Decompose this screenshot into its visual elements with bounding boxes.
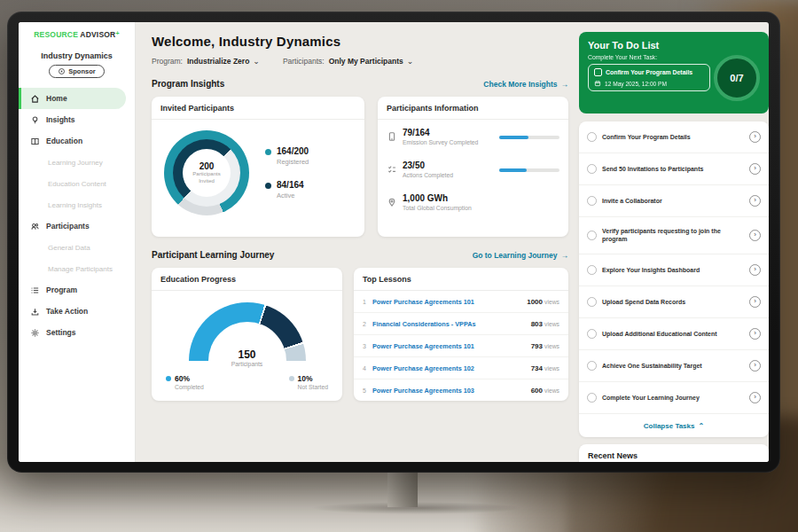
checkbox[interactable] xyxy=(587,196,597,206)
task-row-explore-insights[interactable]: Explore Your Insights Dashboard › xyxy=(579,254,769,286)
checkbox[interactable] xyxy=(587,164,597,174)
link-label: Check More Insights xyxy=(483,80,557,89)
task-row-invite-collaborator[interactable]: Invite a Collaborator › xyxy=(579,185,769,217)
check-more-insights-link[interactable]: Check More Insights → xyxy=(483,80,568,89)
stat-row-emission-survey: 79/164 Emission Survey Completed xyxy=(378,120,568,153)
sidebar-item-label: Learning Journey xyxy=(48,159,103,167)
legend-dot xyxy=(265,183,271,189)
sponsor-badge: Sponsor xyxy=(49,65,104,78)
lesson-link[interactable]: Power Purchase Agreements 103 xyxy=(372,387,474,395)
chevron-right-icon[interactable]: › xyxy=(749,163,761,175)
lesson-row: 5 Power Purchase Agreements 103 600views xyxy=(354,379,568,402)
program-filter-dropdown[interactable]: Program: Industrialize Zero ⌄ xyxy=(152,57,260,66)
checkbox[interactable] xyxy=(587,265,597,275)
gear-icon xyxy=(30,328,40,338)
task-label: Explore Your Insights Dashboard xyxy=(602,266,744,274)
next-task-box[interactable]: Confirm Your Program Details 12 May 2025… xyxy=(588,64,710,91)
task-label: Complete Your Learning Journey xyxy=(602,394,744,402)
lesson-row: 3 Power Purchase Agreements 101 793views xyxy=(354,335,568,357)
participants-filter-dropdown[interactable]: Participants: Only My Participants ⌄ xyxy=(283,57,413,66)
sidebar-item-label: Education xyxy=(46,137,82,145)
stat-value: 23/50 xyxy=(403,160,453,170)
invited-participants-card: Invited Participants 200 Participants In… xyxy=(152,97,364,237)
task-row-achieve-target[interactable]: Achieve One Sustainability Target › xyxy=(579,350,769,382)
section-title: Participant Learning Journey xyxy=(152,250,274,260)
task-row-upload-educational-content[interactable]: Upload Additional Educational Content › xyxy=(579,318,769,350)
checkbox[interactable] xyxy=(587,132,597,142)
chevron-right-icon[interactable]: › xyxy=(749,328,761,340)
task-row-confirm-program[interactable]: Confirm Your Program Details › xyxy=(579,121,769,153)
sidebar-item-learning-insights[interactable]: Learning Insights xyxy=(19,194,135,215)
learning-cards-row: Education Progress 150 Participants 60% xyxy=(152,268,568,401)
views-count: 803 xyxy=(531,320,543,328)
lesson-link[interactable]: Financial Considerations - VPPAs xyxy=(372,320,476,328)
task-label: Upload Spend Data Records xyxy=(602,298,744,306)
sidebar-item-manage-participants[interactable]: Manage Participants xyxy=(19,258,135,279)
views-count: 793 xyxy=(531,342,543,350)
checkbox[interactable] xyxy=(587,329,597,339)
chevron-right-icon[interactable]: › xyxy=(749,264,761,276)
chevron-right-icon[interactable]: › xyxy=(749,131,761,143)
todo-hero-card: Your To Do List Complete Your Next Task:… xyxy=(579,32,769,113)
collapse-tasks-link[interactable]: Collapse Tasks ⌃ xyxy=(579,414,769,437)
chevron-right-icon[interactable]: › xyxy=(749,296,761,308)
checkbox[interactable] xyxy=(594,68,602,76)
task-row-send-invitations[interactable]: Send 50 Invitations to Participants › xyxy=(579,153,769,185)
invited-donut-chart: 200 Participants Invited xyxy=(164,130,249,215)
checkbox[interactable] xyxy=(587,231,597,240)
app-logo: RESOURCE ADVISOR+ xyxy=(19,30,135,39)
recent-news-title: Recent News xyxy=(588,451,638,460)
lesson-rank: 5 xyxy=(363,387,372,394)
chevron-right-icon[interactable]: › xyxy=(749,230,761,241)
legend-label: Not Started xyxy=(298,384,328,390)
education-progress-gauge: 150 Participants xyxy=(189,302,306,361)
sidebar-item-program[interactable]: Program xyxy=(19,279,135,301)
stat-label: Actions Completed xyxy=(403,172,453,178)
chevron-down-icon: ⌄ xyxy=(407,58,414,66)
sidebar-item-education[interactable]: Education xyxy=(19,130,135,152)
chevron-right-icon[interactable]: › xyxy=(749,360,761,372)
sidebar-item-settings[interactable]: Settings xyxy=(19,322,135,343)
sidebar-item-label: Manage Participants xyxy=(48,265,113,273)
top-lessons-card: Top Lessons 1 Power Purchase Agreements … xyxy=(354,268,568,401)
education-progress-card: Education Progress 150 Participants 60% xyxy=(152,268,342,401)
chevron-right-icon[interactable]: › xyxy=(749,392,761,403)
organization-name: Industry Dynamics xyxy=(19,51,135,60)
sidebar-item-home[interactable]: Home xyxy=(19,88,126,109)
checkbox[interactable] xyxy=(587,361,597,371)
sidebar-item-general-data[interactable]: General Data xyxy=(19,237,135,258)
checkbox[interactable] xyxy=(587,393,597,403)
lesson-views: 600views xyxy=(531,387,559,395)
views-count: 734 xyxy=(531,364,543,372)
sidebar-item-education-content[interactable]: Education Content xyxy=(19,173,135,194)
views-suffix: views xyxy=(544,387,559,394)
task-row-upload-spend-data[interactable]: Upload Spend Data Records › xyxy=(579,286,769,318)
monitor-bezel: RESOURCE ADVISOR+ Industry Dynamics Spon… xyxy=(7,12,780,473)
views-suffix: views xyxy=(544,343,559,349)
views-count: 600 xyxy=(531,387,543,395)
chevron-right-icon[interactable]: › xyxy=(749,195,761,207)
sidebar-item-participants[interactable]: Participants xyxy=(19,215,135,237)
sidebar-item-take-action[interactable]: Take Action xyxy=(19,301,135,322)
collapse-label: Collapse Tasks xyxy=(644,422,695,430)
progress-bar xyxy=(499,168,559,172)
lesson-link[interactable]: Power Purchase Agreements 101 xyxy=(372,342,474,350)
sidebar-item-insights[interactable]: Insights xyxy=(19,109,135,130)
go-to-learning-journey-link[interactable]: Go to Learning Journey → xyxy=(473,251,568,260)
task-label: Send 50 Invitations to Participants xyxy=(602,165,744,173)
lesson-link[interactable]: Power Purchase Agreements 101 xyxy=(372,298,474,306)
chevron-up-icon: ⌃ xyxy=(698,422,704,430)
sidebar-item-learning-journey[interactable]: Learning Journey xyxy=(19,152,135,173)
lesson-row: 1 Power Purchase Agreements 101 1000view… xyxy=(354,291,568,313)
lesson-link[interactable]: Power Purchase Agreements 102 xyxy=(372,364,474,372)
arrow-right-icon: → xyxy=(561,80,569,89)
sidebar-item-label: General Data xyxy=(48,244,90,252)
task-row-verify-participants[interactable]: Verify participants requesting to join t… xyxy=(579,217,769,254)
todo-progress-ring: 0/7 xyxy=(714,55,760,101)
checkbox[interactable] xyxy=(587,297,597,307)
task-row-complete-learning-journey[interactable]: Complete Your Learning Journey › xyxy=(579,382,769,414)
lesson-rank: 1 xyxy=(363,299,372,305)
progress-fill xyxy=(499,168,527,172)
invited-card-body: 200 Participants Invited 164/200 Registe… xyxy=(152,120,364,215)
chevron-down-icon: ⌄ xyxy=(253,58,260,66)
